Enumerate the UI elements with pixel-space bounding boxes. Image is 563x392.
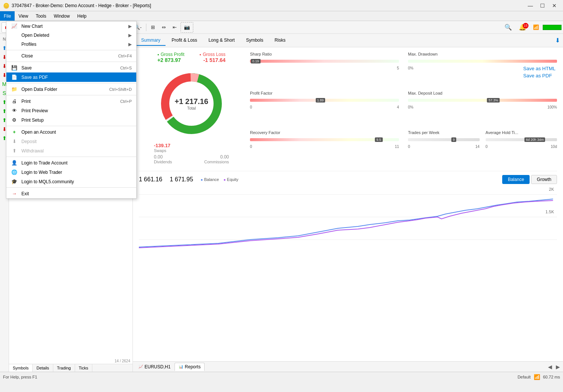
dividends-value: 0.00 — [154, 154, 172, 160]
max-deposit-range: 0% 100% — [408, 105, 557, 109]
tab-ticks[interactable]: Ticks — [75, 364, 92, 372]
recovery-factor-value: 9.5 — [375, 137, 383, 142]
screenshot-button[interactable]: 📷 — [181, 22, 193, 33]
recovery-factor-min: 0 — [250, 145, 252, 149]
tab-details[interactable]: Details — [33, 364, 53, 372]
dropdown-login-trade-label: Login to Trade Account — [21, 160, 68, 166]
close-shortcut: Ctrl+F4 — [118, 54, 132, 58]
close-button[interactable]: ✕ — [549, 1, 560, 11]
red-dot: ● — [199, 53, 201, 56]
sep-7 — [6, 187, 136, 188]
recovery-factor-bar: 9.5 — [250, 136, 399, 143]
menu-tools[interactable]: Tools — [32, 11, 50, 21]
help-text: For Help, press F1 — [3, 375, 37, 379]
avg-hold-label: Average Hold Ti... — [486, 130, 557, 135]
menu-help[interactable]: Help — [74, 11, 90, 21]
sharp-ratio-value: 0.19 — [251, 59, 260, 63]
dropdown-login-trade[interactable]: 👤 Login to Trade Account — [6, 158, 136, 167]
nav-button[interactable]: ⇤ — [170, 22, 180, 33]
dropdown-login-web[interactable]: 🌐 Login to Web Trader — [6, 167, 136, 177]
green-dot: ● — [157, 53, 159, 56]
dropdown-profiles[interactable]: Profiles ▶ — [6, 40, 136, 49]
bottom-values-2: 0.00 Dividends 0.00 Commissions — [154, 154, 229, 164]
withdrawal-icon: ⬆ — [11, 148, 18, 154]
dropdown-close-label: Close — [21, 53, 33, 59]
tab-symbols[interactable]: Symbols — [9, 364, 33, 372]
tab-arrow-left[interactable]: ◀ — [546, 363, 554, 371]
donut-total-value: +1 217.16 — [175, 97, 208, 106]
avg-hold-range: 0 10d — [486, 145, 557, 149]
tab-symbols[interactable]: Symbols — [241, 35, 268, 46]
dropdown-print-setup[interactable]: ⚙ Print Setup — [6, 115, 136, 125]
scroll-button[interactable]: ⇔ — [159, 22, 169, 33]
print-icon: 🖨 — [11, 98, 18, 104]
trades-max: 14 — [475, 145, 479, 149]
reports-tab[interactable]: 📊 Reports — [175, 363, 205, 371]
download-icon[interactable]: ⬇ — [555, 37, 560, 44]
sharp-ratio-range: 5 — [250, 66, 399, 70]
tab-risks[interactable]: Risks — [269, 35, 291, 46]
metric-trades-per-week: Trades per Week 9 0 14 — [408, 130, 480, 164]
avg-hold-bar: 6d 20h 34m — [486, 136, 557, 143]
max-deposit-max: 100% — [547, 105, 557, 109]
metric-recovery-factor: Recovery Factor 9.5 0 11 — [250, 130, 399, 164]
save-pdf-btn[interactable]: Save as PDF — [523, 73, 555, 78]
recovery-factor-tag: 9.5 — [375, 137, 383, 142]
dividends-label: Dividends — [154, 160, 172, 164]
balance-label: Balance — [204, 177, 219, 182]
login-web-icon: 🌐 — [11, 169, 18, 175]
dropdown-close[interactable]: Close Ctrl+F4 — [6, 51, 136, 60]
symbols-count: 14 / 2624 — [9, 358, 132, 364]
tab-trading[interactable]: Trading — [53, 364, 75, 372]
dropdown-save[interactable]: 💾 Save Ctrl+S — [6, 63, 136, 72]
dropdown-login-mql5[interactable]: 🎓 Login to MQL5.community — [6, 177, 136, 186]
commissions-label: Commissions — [204, 160, 229, 164]
metric-profit-factor: Profit Factor 1.89 0 4 — [250, 91, 399, 125]
dropdown-open-account[interactable]: + Open an Account — [6, 127, 136, 137]
growth-btn[interactable]: Growth — [531, 175, 557, 184]
dropdown-new-chart[interactable]: 📈 New Chart ▶ — [6, 21, 136, 31]
search-button[interactable]: 🔍 — [501, 22, 515, 33]
tab-long-short[interactable]: Long & Short — [203, 35, 240, 46]
tab-arrows: ◀ ▶ — [546, 363, 561, 371]
balance-btns: Balance Growth — [502, 175, 557, 184]
chart-tab-label: EURUSD,H1 — [145, 364, 170, 369]
max-deposit-tag: 57.3% — [487, 97, 500, 103]
profit-factor-label: Profit Factor — [250, 91, 399, 95]
menu-window[interactable]: Window — [50, 11, 74, 21]
tab-arrow-right[interactable]: ▶ — [554, 363, 561, 371]
folder-icon: 📁 — [11, 86, 18, 92]
dropdown-save-as-pdf[interactable]: 📄 Save as PDF — [6, 72, 136, 82]
trades-per-week-value: 9 — [451, 137, 456, 142]
gross-profit-section: ● Gross Profit +2 873.97 — [157, 52, 184, 63]
title-bar-left: 🪙 37047847 - Broker-Demo: Demo Account -… — [3, 3, 151, 9]
balance-btn[interactable]: Balance — [502, 175, 530, 184]
save-html-btn[interactable]: Save as HTML — [523, 66, 555, 71]
dropdown-open-deleted[interactable]: Open Deleted ▶ — [6, 31, 136, 40]
dropdown-print[interactable]: 🖨 Print Ctrl+P — [6, 96, 136, 106]
signal-bars-icon: 📶 — [534, 374, 540, 380]
dropdown-exit[interactable]: → Exit — [6, 189, 136, 198]
dropdown-open-data-folder[interactable]: 📁 Open Data Folder Ctrl+Shift+D — [6, 84, 136, 94]
menu-view[interactable]: View — [15, 11, 32, 21]
status-bar: For Help, press F1 Default 📶 60.72 ms — [0, 372, 563, 381]
menu-file[interactable]: File — [0, 11, 15, 21]
chart-tab-eurusd[interactable]: 📈 EURUSD,H1 — [134, 363, 175, 371]
tab-summary[interactable]: Summary — [136, 35, 166, 46]
max-deposit-value: 57.3% — [487, 98, 500, 103]
minimize-button[interactable]: — — [525, 1, 536, 11]
equity-legend-item: ● Equity — [223, 177, 238, 182]
dropdown-login-mql5-label: Login to MQL5.community — [21, 179, 74, 184]
tab-profit-loss[interactable]: Profit & Loss — [166, 35, 202, 46]
grid-button[interactable]: ⊞ — [148, 22, 158, 33]
sep-3 — [6, 83, 136, 83]
maximize-button[interactable]: ☐ — [537, 1, 548, 11]
dropdown-print-preview[interactable]: 👁 Print Preview — [6, 106, 136, 115]
notification-badge: 15 — [523, 23, 528, 29]
market-button[interactable]: 📶 — [530, 22, 542, 33]
chart-icon: 📈 — [138, 365, 143, 369]
sharp-ratio-bar: 0.19 — [250, 57, 399, 65]
sep-1 — [6, 50, 136, 50]
arrow-icon-2: ▶ — [128, 33, 132, 38]
new-chart-icon: 📈 — [11, 23, 18, 29]
